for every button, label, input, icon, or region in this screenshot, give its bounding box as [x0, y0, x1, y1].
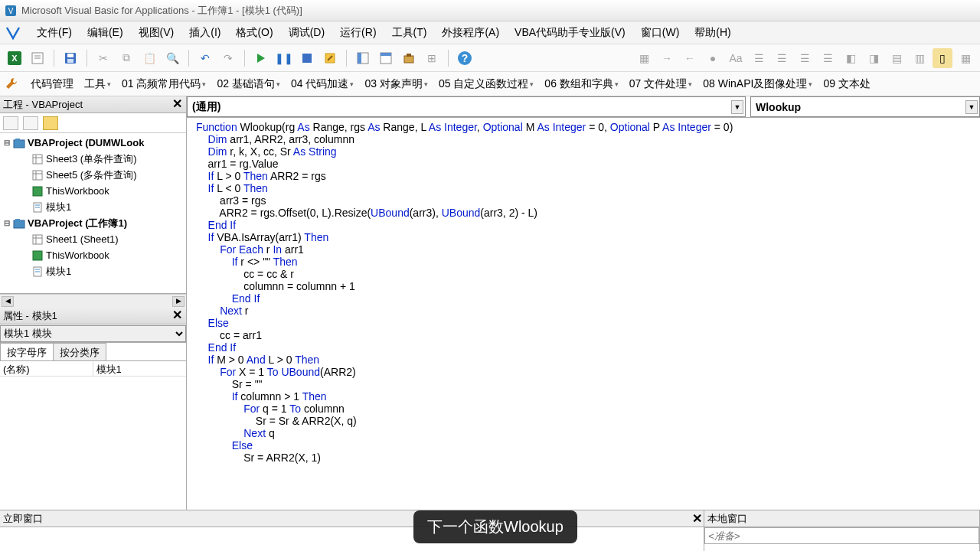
svg-rect-29: [33, 187, 42, 196]
menu-file[interactable]: 文件(F): [29, 23, 80, 43]
view-object-icon[interactable]: [23, 116, 38, 130]
redo-icon[interactable]: ↷: [218, 48, 238, 68]
cut-icon[interactable]: ✂: [93, 48, 113, 68]
view-code-icon[interactable]: [3, 116, 18, 130]
immediate-title: 立即窗口: [3, 512, 43, 526]
save-icon[interactable]: [60, 48, 80, 68]
undo-icon[interactable]: ↶: [195, 48, 215, 68]
menu-help[interactable]: 帮助(H): [687, 23, 738, 43]
tb2-code-manage[interactable]: 代码管理: [26, 75, 78, 93]
props-tab-category[interactable]: 按分类序: [53, 343, 106, 360]
svg-rect-26: [33, 171, 42, 180]
properties-object-select[interactable]: 模块1 模块: [0, 325, 186, 342]
svg-rect-33: [14, 220, 24, 228]
locals-ready-input[interactable]: [704, 527, 979, 544]
menu-run[interactable]: 运行(R): [332, 23, 384, 43]
menu-addins[interactable]: 外接程序(A): [434, 23, 507, 43]
menu-view[interactable]: 视图(V): [131, 23, 182, 43]
clear-bookmark-icon[interactable]: ☰: [818, 48, 838, 68]
run-icon[interactable]: [251, 48, 271, 68]
project-tree[interactable]: ⊟VBAProject (DUMWLook Sheet3 (单条件查询) She…: [0, 133, 186, 294]
project-node-2[interactable]: ⊟VBAProject (工作簿1): [2, 215, 185, 231]
design-mode-icon[interactable]: [320, 48, 340, 68]
tb2-06[interactable]: 06 数组和字典▾: [540, 75, 622, 93]
tb2-01[interactable]: 01 高频常用代码▾: [117, 75, 211, 93]
tb2-09[interactable]: 09 文本处: [818, 75, 874, 93]
tb-misc3-icon[interactable]: ▤: [887, 48, 906, 68]
project-hscroll[interactable]: ◀ ▶: [0, 294, 186, 308]
edit-toolbar-icon[interactable]: ▦: [634, 48, 654, 68]
menu-window[interactable]: 窗口(W): [633, 23, 688, 43]
tb-misc2-icon[interactable]: ◨: [864, 48, 884, 68]
toolbox-icon[interactable]: [399, 48, 419, 68]
tb2-07[interactable]: 07 文件处理▾: [625, 75, 697, 93]
tb2-05[interactable]: 05 自定义函数过程▾: [434, 75, 538, 93]
project-item-thisworkbook-1[interactable]: ThisWorkbook: [2, 183, 185, 199]
properties-icon[interactable]: [376, 48, 396, 68]
svg-rect-38: [33, 251, 42, 260]
paste-icon[interactable]: 📋: [139, 48, 159, 68]
comment-icon[interactable]: Aa: [726, 48, 746, 68]
bookmark-icon[interactable]: ☰: [749, 48, 769, 68]
pause-icon[interactable]: ❚❚: [274, 48, 294, 68]
immediate-window[interactable]: 立即窗口✕: [0, 510, 704, 551]
project-item-module-2[interactable]: 模块1: [2, 263, 185, 279]
outdent-icon[interactable]: ←: [680, 48, 700, 68]
breakpoint-icon[interactable]: ●: [703, 48, 723, 68]
object-combo[interactable]: (通用) ▼: [187, 96, 746, 117]
scroll-right-icon[interactable]: ▶: [172, 296, 185, 307]
svg-rect-14: [358, 53, 361, 64]
indent-icon[interactable]: →: [657, 48, 677, 68]
properties-close-icon[interactable]: ✕: [169, 308, 185, 323]
svg-rect-35: [33, 235, 42, 244]
toggle-folders-icon[interactable]: [43, 116, 58, 130]
menu-edit[interactable]: 编辑(E): [80, 23, 131, 43]
project-item-sheet5[interactable]: Sheet5 (多条件查询): [2, 167, 185, 183]
project-item-thisworkbook-2[interactable]: ThisWorkbook: [2, 247, 185, 263]
tb-highlight-icon[interactable]: ▯: [933, 48, 952, 68]
locals-title: 本地窗口: [707, 512, 747, 526]
menu-vba-assistant[interactable]: VBA代码助手专业版(V): [507, 23, 633, 43]
locals-window[interactable]: 本地窗口: [704, 510, 980, 551]
scroll-left-icon[interactable]: ◀: [2, 296, 14, 307]
insert-module-icon[interactable]: [28, 48, 47, 68]
menu-tools[interactable]: 工具(T): [384, 23, 435, 43]
project-close-icon[interactable]: ✕: [169, 96, 185, 112]
props-tab-alpha[interactable]: 按字母序: [0, 343, 54, 360]
menu-insert[interactable]: 插入(I): [181, 23, 228, 43]
chevron-down-icon[interactable]: ▼: [731, 100, 743, 114]
tb-misc5-icon[interactable]: ▦: [956, 48, 975, 68]
immediate-close-icon[interactable]: ✕: [692, 511, 702, 526]
tb2-tools[interactable]: 工具▾: [80, 75, 116, 93]
svg-rect-11: [302, 54, 312, 63]
project-item-sheet1[interactable]: Sheet1 (Sheet1): [2, 231, 185, 247]
copy-icon[interactable]: ⧉: [116, 48, 136, 68]
code-editor[interactable]: Function Wlookup(rg As Range, rgs As Ran…: [187, 118, 980, 536]
find-icon[interactable]: 🔍: [162, 48, 182, 68]
object-browser-icon[interactable]: ⊞: [422, 48, 442, 68]
standard-toolbar: X ✂ ⧉ 📋 🔍 ↶ ↷ ❚❚ ⊞ ? ▦ → ← ● Aa ☰ ☰ ☰ ☰ …: [0, 44, 980, 72]
project-node-1[interactable]: ⊟VBAProject (DUMWLook: [2, 135, 185, 151]
project-item-sheet3[interactable]: Sheet3 (单条件查询): [2, 151, 185, 167]
tb2-03[interactable]: 03 对象声明▾: [360, 75, 432, 93]
excel-icon[interactable]: X: [5, 48, 24, 68]
project-explorer-icon[interactable]: [353, 48, 373, 68]
window-title: Microsoft Visual Basic for Applications …: [21, 4, 302, 18]
help-icon[interactable]: ?: [455, 48, 475, 68]
tb2-02[interactable]: 02 基础语句▾: [212, 75, 284, 93]
procedure-combo[interactable]: Wlookup ▼: [750, 96, 980, 117]
stop-icon[interactable]: [297, 48, 317, 68]
tb-misc1-icon[interactable]: ◧: [841, 48, 861, 68]
project-item-module-1[interactable]: 模块1: [2, 199, 185, 215]
tb2-08[interactable]: 08 WinAPI及图像处理▾: [698, 75, 817, 93]
next-bookmark-icon[interactable]: ☰: [772, 48, 792, 68]
menu-format[interactable]: 格式(O): [228, 23, 280, 43]
project-panel-title: 工程 - VBAProject: [3, 98, 83, 112]
tb-misc4-icon[interactable]: ▥: [910, 48, 929, 68]
svg-text:?: ?: [462, 52, 469, 64]
prop-name-value[interactable]: 模块1: [93, 361, 187, 376]
prev-bookmark-icon[interactable]: ☰: [795, 48, 815, 68]
chevron-down-icon[interactable]: ▼: [965, 100, 978, 114]
menu-debug[interactable]: 调试(D): [281, 23, 332, 43]
tb2-04[interactable]: 04 代码加速▾: [286, 75, 358, 93]
